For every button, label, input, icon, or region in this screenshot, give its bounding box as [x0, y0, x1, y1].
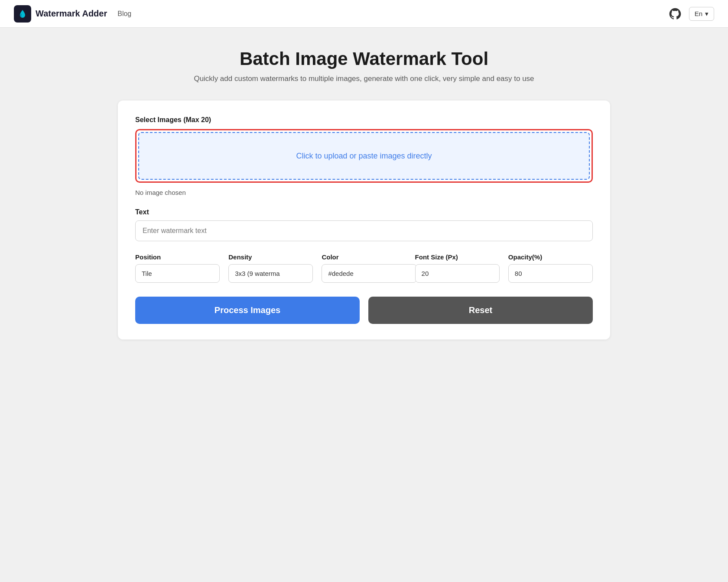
buttons-row: Process Images Reset — [135, 297, 593, 324]
lang-value: En — [695, 10, 702, 17]
position-input[interactable] — [135, 264, 220, 283]
position-group: Position — [135, 253, 220, 283]
upload-area-text: Click to upload or paste images directly — [296, 152, 432, 161]
controls-row: Position Density Color Font Size (Px) Op… — [135, 253, 593, 283]
opacity-label: Opacity(%) — [508, 253, 593, 261]
font-size-input[interactable] — [415, 264, 500, 283]
density-group: Density — [228, 253, 313, 283]
color-group: Color — [322, 253, 406, 283]
header-left: Watermark Adder Blog — [14, 5, 131, 23]
reset-button[interactable]: Reset — [368, 297, 593, 324]
chevron-down-icon: ▾ — [705, 10, 708, 18]
no-image-text: No image chosen — [135, 189, 593, 196]
logo-area: Watermark Adder — [14, 5, 107, 23]
font-size-group: Font Size (Px) — [415, 253, 500, 283]
nav-blog-link[interactable]: Blog — [117, 10, 131, 18]
page-title: Batch Image Watermark Tool — [118, 48, 610, 69]
opacity-group: Opacity(%) — [508, 253, 593, 283]
header: Watermark Adder Blog En ▾ — [0, 0, 728, 28]
font-size-label: Font Size (Px) — [415, 253, 500, 261]
density-label: Density — [228, 253, 313, 261]
logo-text: Watermark Adder — [36, 9, 107, 19]
process-images-button[interactable]: Process Images — [135, 297, 360, 324]
github-icon[interactable] — [668, 7, 682, 21]
logo-icon — [14, 5, 31, 23]
main-content: Batch Image Watermark Tool Quickly add c… — [104, 28, 624, 360]
select-images-label: Select Images (Max 20) — [135, 116, 593, 124]
opacity-input[interactable] — [508, 264, 593, 283]
position-label: Position — [135, 253, 220, 261]
density-input[interactable] — [228, 264, 313, 283]
tool-card: Select Images (Max 20) Click to upload o… — [118, 100, 610, 340]
watermark-text-input[interactable] — [135, 220, 593, 241]
color-input-group — [322, 264, 406, 283]
color-label: Color — [322, 253, 406, 261]
upload-area[interactable]: Click to upload or paste images directly — [138, 132, 590, 180]
header-right: En ▾ — [668, 7, 714, 21]
color-input[interactable] — [322, 264, 417, 283]
lang-selector[interactable]: En ▾ — [689, 7, 714, 21]
page-subtitle: Quickly add custom watermarks to multipl… — [118, 74, 610, 83]
upload-wrapper: Click to upload or paste images directly — [135, 129, 593, 183]
text-label: Text — [135, 208, 593, 216]
watermark-adder-icon — [17, 8, 28, 19]
